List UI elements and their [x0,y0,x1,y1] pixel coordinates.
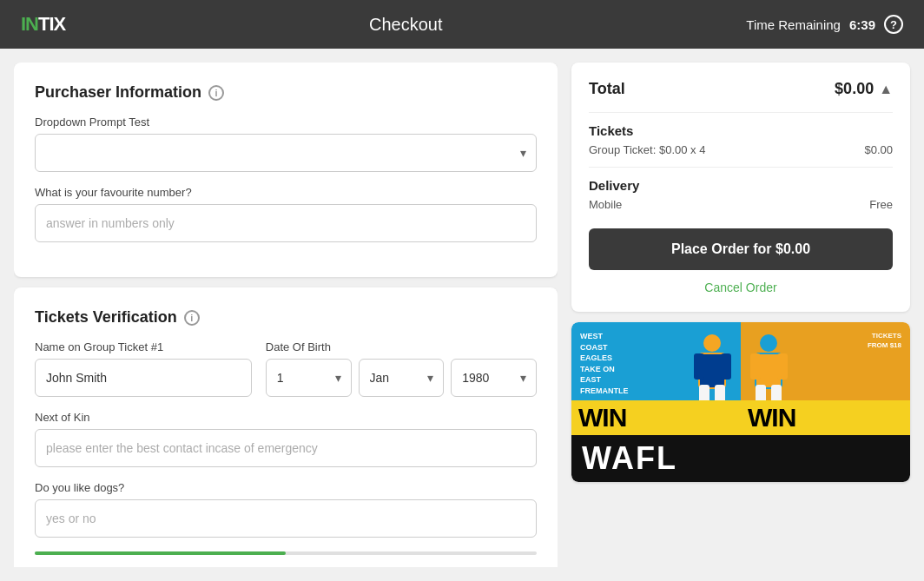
dob-field-group: Date Of Birth 1 2 3 4 5 ▾ [266,340,537,397]
dropdown-label: Dropdown Prompt Test [35,116,537,129]
wafl-text: WAFL [582,440,677,476]
player-right-icon [745,334,793,411]
tickets-section-label: Tickets [589,123,893,138]
purchaser-card: Purchaser Information i Dropdown Prompt … [14,63,558,277]
dogs-label: Do you like dogs? [35,481,537,494]
dropdown-field-group: Dropdown Prompt Test ▾ [35,116,537,172]
logo-in: IN [21,13,38,35]
purchaser-section-title: Purchaser Information i [35,83,537,102]
place-order-button[interactable]: Place Order for $0.00 [589,228,893,270]
header: INTIX Checkout Time Remaining 6:39 ? [0,0,924,49]
delivery-section-label: Delivery [589,178,893,193]
dropdown-wrapper: ▾ [35,134,537,172]
header-right: Time Remaining 6:39 ? [746,15,903,34]
order-summary-card: Total $0.00 ▲ Tickets Group Ticket: $0.0… [571,63,910,312]
ad-right-panel: TICKETSFROM $18 WIN [741,322,910,435]
dob-label: Date Of Birth [266,340,537,353]
total-label: Total [589,80,625,98]
ad-left-panel: WESTCOASTEAGLESTAKE ONEASTFREMANTLE WIN [571,322,741,435]
right-panel: Total $0.00 ▲ Tickets Group Ticket: $0.0… [571,63,910,567]
time-remaining-label: Time Remaining [746,17,841,32]
dob-month-wrapper: Jan Feb Mar Apr ▾ [359,359,445,397]
name-input[interactable] [35,359,252,397]
svg-rect-3 [721,353,731,380]
purchaser-info-icon[interactable]: i [208,85,224,101]
svg-rect-2 [694,353,704,380]
mobile-label: Mobile [589,198,622,211]
total-amount-value: $0.00 [835,80,874,98]
player-left-icon [689,334,736,411]
ad-banner: WESTCOASTEAGLESTAKE ONEASTFREMANTLE WIN [571,322,910,482]
main-content: Purchaser Information i Dropdown Prompt … [0,49,924,581]
group-ticket-line: Group Ticket: $0.00 x 4 $0.00 [589,143,893,156]
dob-year-wrapper: 1980 1981 1982 ▾ [451,359,537,397]
mobile-amount: Free [869,198,893,211]
favourite-number-field-group: What is your favourite number? [35,186,537,242]
win-left-banner: WIN [571,400,741,435]
dob-day-select[interactable]: 1 2 3 4 5 [266,359,352,397]
total-amount: $0.00 ▲ [835,80,893,98]
favourite-number-label: What is your favourite number? [35,186,537,199]
ad-top-section: WESTCOASTEAGLESTAKE ONEASTFREMANTLE WIN [571,322,910,435]
mobile-delivery-line: Mobile Free [589,198,893,211]
tickets-section-title: Tickets Verification i [35,308,537,327]
favourite-number-input[interactable] [35,204,537,242]
win-text-right: WIN [748,403,795,432]
name-label: Name on Group Ticket #1 [35,340,252,353]
divider-2 [589,167,893,168]
win-right-banner: WIN [741,400,910,435]
dob-day-wrapper: 1 2 3 4 5 ▾ [266,359,352,397]
svg-rect-8 [750,353,761,380]
dob-month-select[interactable]: Jan Feb Mar Apr [359,359,445,397]
svg-rect-9 [777,353,788,380]
cancel-order-link[interactable]: Cancel Order [589,281,893,294]
divider-1 [589,112,893,113]
svg-point-0 [703,334,721,352]
dogs-input[interactable] [35,499,537,538]
dob-selects-row: 1 2 3 4 5 ▾ Jan Feb [266,359,537,397]
timer-value: 6:39 [849,17,875,32]
total-row: Total $0.00 ▲ [589,80,893,98]
progress-fill [35,551,286,555]
name-dob-row: Name on Group Ticket #1 Date Of Birth 1 … [35,340,537,397]
group-ticket-desc: Group Ticket: $0.00 x 4 [589,143,705,156]
help-icon[interactable]: ? [884,15,903,34]
tickets-verification-card: Tickets Verification i Name on Group Tic… [14,287,558,567]
left-panel: Purchaser Information i Dropdown Prompt … [14,63,558,567]
dob-year-select[interactable]: 1980 1981 1982 [451,359,537,397]
chevron-up-icon[interactable]: ▲ [879,82,893,97]
logo: INTIX [21,13,65,36]
next-of-kin-input[interactable] [35,429,537,467]
dogs-field-group: Do you like dogs? [35,481,537,538]
name-field-group: Name on Group Ticket #1 [35,340,252,397]
next-of-kin-label: Next of Kin [35,411,537,424]
next-of-kin-field-group: Next of Kin [35,411,537,467]
logo-tix: TIX [38,13,65,35]
page-title: Checkout [369,15,443,35]
svg-point-6 [760,334,777,352]
ad-bottom-panel: WAFL [571,435,910,482]
win-text-left: WIN [578,403,626,432]
tickets-info-icon[interactable]: i [184,310,200,326]
group-ticket-amount: $0.00 [864,143,893,156]
progress-bar [35,551,537,555]
dropdown-select[interactable] [35,134,537,172]
